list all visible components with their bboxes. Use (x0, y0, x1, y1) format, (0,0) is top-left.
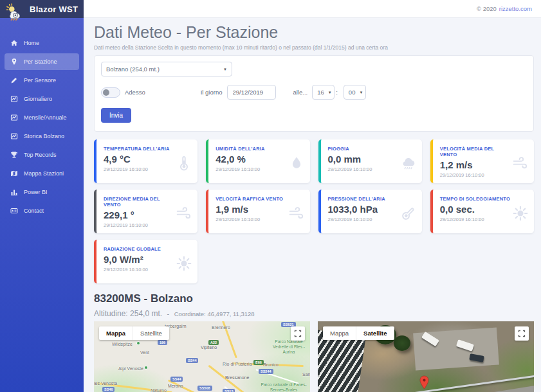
chart-bar-icon (10, 188, 18, 196)
map-place-label: Vent (140, 350, 149, 355)
main-content: Dati Meteo - Per Stazione Dati meteo del… (84, 18, 541, 392)
satellite-map[interactable]: Mappa Satellite (318, 321, 534, 392)
thermometer-icon (176, 155, 192, 174)
sidebar-item-contact[interactable]: Contact (5, 202, 79, 219)
card-direzione-vento: DIREZIONE MEDIA DEL VENTO 229,1 ° 29/12/… (94, 190, 197, 233)
card-umidita: UMIDITÀ DELL'ARIA 42,0 % 29/12/2019 16:1… (206, 139, 309, 183)
map-type-mappa-button[interactable]: Mappa (99, 326, 133, 340)
map-park-label: Parco Naturale Vedrette di Ries - Aurina (269, 339, 309, 354)
map-place-label: Alpi Venoste (118, 366, 143, 371)
app-title: Blazor WST (30, 4, 78, 14)
map-place-label: Bressanone (225, 375, 249, 380)
station-subtitle: Altitudine: 254,0 mt. - Coordinate: 46,4… (94, 307, 534, 319)
sensor-cards-grid: TEMPERATURA DELL'ARIA 4,9 °C 29/12/2019 … (94, 139, 534, 283)
sidebar-nav: Home Per Stazione Per Sensore Giornalier… (0, 35, 84, 219)
invia-button[interactable]: Invia (101, 108, 131, 123)
toggle-knob (103, 89, 109, 96)
map-place-label: Brennero (212, 325, 230, 330)
road-badge: A22 (208, 340, 219, 345)
tree (394, 335, 410, 351)
park-marker-icon (144, 366, 148, 370)
wind-icon (288, 205, 305, 224)
topbar: © 2020 rizzetto.com (84, 0, 541, 18)
map-park-label: Parco naturale di Fanes-Sennes-Braies (260, 382, 307, 392)
map-place-label: Merano (168, 384, 183, 388)
map-place-label: San Ca (302, 372, 310, 377)
road-badge: SS508 (197, 386, 212, 391)
sidebar-item-power-bi[interactable]: Power BI (5, 184, 79, 200)
map-type-satellite-button[interactable]: Satellite (356, 326, 394, 340)
map-place-label: Rio di Pusteria (223, 362, 252, 366)
card-radiazione: RADIAZIONE GLOBALE 9,0 W/m² 29/12/2019 1… (94, 240, 197, 283)
station-select[interactable]: Bolzano (254,0 mt.) ▼ (101, 62, 232, 76)
sidebar-item-per-stazione[interactable]: Per Stazione (5, 53, 79, 70)
map-type-mappa-button[interactable]: Mappa (323, 326, 356, 340)
maps-row: terbergalm Brennero Wildspitze Vent Vipi… (94, 321, 534, 392)
sidebar-item-storica-bolzano[interactable]: Storica Bolzano (5, 128, 79, 145)
map-place-label: Vipiteno (201, 345, 217, 350)
cloud-rain-icon (400, 155, 417, 174)
map-type-toggle: Mappa Satellite (99, 326, 169, 340)
wind-icon (512, 155, 529, 174)
chevron-down-icon: ▼ (223, 67, 227, 71)
park-marker-icon (136, 341, 140, 345)
droplet-icon (288, 155, 305, 174)
app-brand: Blazor WST (0, 0, 84, 18)
card-soleggiamento: TEMPO DI SOLEGGIAMENTO 0,0 sec. 29/12/20… (430, 190, 534, 233)
map-place-label: Wildspitze (112, 342, 133, 346)
station-coordinates: Coordinate: 46,4977, 11,3128 (174, 310, 255, 317)
road-badge: SS13 (223, 389, 235, 392)
chevron-down-icon: ▼ (328, 91, 332, 94)
station-map-marker[interactable] (419, 375, 429, 392)
chart-line-icon (10, 95, 18, 103)
app-logo-weather-icon (5, 3, 24, 22)
station-altitude: Altitudine: 254,0 mt. (94, 309, 162, 318)
sun-icon (176, 255, 192, 274)
card-velocita-media-vento: VELOCITÀ MEDIA DEL VENTO 1,2 m/s 29/12/2… (430, 139, 534, 183)
sidebar-item-per-sensore[interactable]: Per Sensore (5, 72, 79, 89)
map-type-satellite-button[interactable]: Satellite (133, 326, 169, 340)
road-badge: E66 (253, 360, 264, 365)
sun-icon (512, 205, 529, 224)
adesso-toggle[interactable] (101, 87, 120, 98)
minute-select[interactable]: 00 ▼ (344, 85, 366, 100)
pen-icon (10, 76, 18, 84)
sidebar-item-mensile-annuale[interactable]: Mensile/Annuale (5, 109, 79, 126)
road-badge: SS44 (170, 377, 183, 382)
sidebar-item-mappa-stazioni[interactable]: Mappa Stazioni (5, 165, 79, 182)
sidebar-item-top-records[interactable]: Top Records (5, 147, 79, 163)
road-map[interactable]: terbergalm Brennero Wildspitze Vent Vipi… (94, 321, 310, 392)
adesso-label: Adesso (125, 89, 145, 96)
chart-line-icon (10, 114, 18, 121)
map-icon (10, 170, 18, 177)
station-title: 83200MS - Bolzano (94, 292, 534, 305)
copyright-text: © 2020 (477, 5, 497, 12)
chart-line-icon (10, 132, 18, 140)
road (356, 380, 534, 392)
card-pressione: PRESSIONE DELL'ARIA 1033,0 hPa 29/12/201… (318, 190, 422, 233)
chevron-down-icon: ▼ (359, 91, 363, 94)
wind-icon (176, 205, 192, 224)
time-separator: : (336, 89, 338, 96)
page-subtitle: Dati meteo della Stazione Scelta in ques… (94, 44, 534, 51)
rizzetto-link[interactable]: rizzetto.com (499, 5, 532, 12)
card-raffica-vento: VELOCITÀ RAFFICA VENTO 1,9 m/s 29/12/201… (206, 190, 309, 233)
sidebar: Blazor WST Home Per Stazione Per Sensore… (0, 0, 84, 392)
road-badge: SS40 (102, 387, 115, 392)
thermometer-tilted-icon (400, 205, 417, 224)
page-title: Dati Meteo - Per Stazione (94, 23, 534, 42)
query-form-panel: Bolzano (254,0 mt.) ▼ Adesso Il giorno a… (94, 55, 534, 132)
trophy-icon (10, 151, 18, 159)
fullscreen-button[interactable] (291, 326, 305, 341)
sidebar-item-home[interactable]: Home (5, 35, 79, 51)
home-icon (10, 39, 18, 47)
hour-select[interactable]: 16 ▼ (312, 85, 335, 100)
card-temperatura: TEMPERATURA DELL'ARIA 4,9 °C 29/12/2019 … (94, 139, 197, 183)
il-giorno-label: Il giorno (201, 89, 223, 96)
sidebar-item-giornaliero[interactable]: Giornaliero (5, 91, 79, 107)
date-input[interactable] (227, 85, 276, 100)
fullscreen-button[interactable] (515, 326, 529, 341)
map-place-label: Naturno (151, 388, 167, 392)
map-place-label: les Venosta (94, 381, 117, 386)
map-place-label: Brunico (263, 362, 279, 367)
